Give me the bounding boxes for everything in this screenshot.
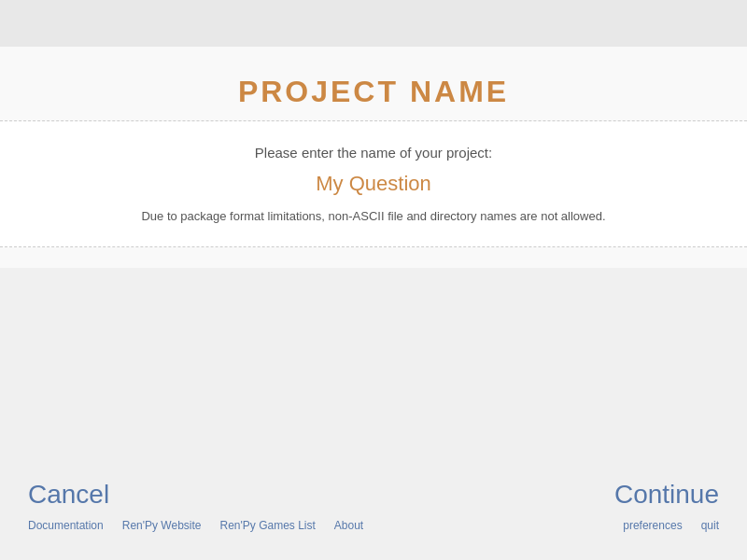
about-link[interactable]: About [334,519,363,532]
warning-text: Due to package format limitations, non-A… [19,209,728,223]
renpy-website-link[interactable]: Ren'Py Website [122,519,202,532]
top-bar [0,0,747,47]
footer-links: Documentation Ren'Py Website Ren'Py Game… [28,519,719,532]
project-name-input[interactable] [19,172,728,196]
preferences-link[interactable]: preferences [623,519,682,532]
quit-link[interactable]: quit [701,519,719,532]
main-content: PROJECT NAME Please enter the name of yo… [0,47,747,268]
continue-button[interactable]: Continue [614,480,719,510]
footer-links-right: preferences quit [623,519,719,532]
form-section: Please enter the name of your project: D… [0,121,747,247]
footer-links-left: Documentation Ren'Py Website Ren'Py Game… [28,519,363,532]
prompt-text: Please enter the name of your project: [19,145,728,161]
title-section: PROJECT NAME [0,75,747,121]
spacer [0,268,747,461]
documentation-link[interactable]: Documentation [28,519,104,532]
page-title: PROJECT NAME [0,75,747,109]
footer-buttons: Cancel Continue [28,480,719,510]
renpy-games-list-link[interactable]: Ren'Py Games List [220,519,316,532]
cancel-button[interactable]: Cancel [28,480,109,510]
footer: Cancel Continue Documentation Ren'Py Web… [0,461,747,560]
